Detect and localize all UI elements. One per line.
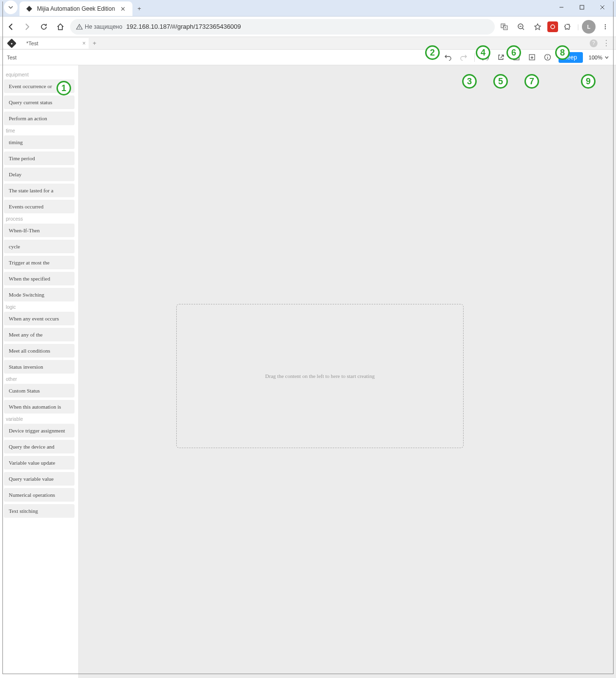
warning-icon: [76, 23, 83, 30]
app-home-tab[interactable]: [3, 38, 20, 49]
bookmark-button[interactable]: [531, 20, 544, 34]
app-tab-label: *Test: [26, 40, 38, 46]
browser-menu-button[interactable]: [598, 20, 612, 34]
home-button[interactable]: [54, 20, 67, 34]
annotation-badge-3: 3: [462, 74, 477, 89]
svg-point-4: [79, 28, 79, 28]
svg-point-15: [605, 28, 606, 29]
category-label: process: [6, 216, 73, 222]
maximize-button[interactable]: [572, 0, 592, 14]
address-bar[interactable]: Не защищено 192.168.10.187/#/graph/17323…: [70, 19, 495, 35]
block-item[interactable]: timing: [4, 135, 75, 149]
block-item[interactable]: Delay: [4, 168, 75, 181]
extensions-button[interactable]: [561, 20, 575, 34]
translate-button[interactable]: 文A: [498, 20, 511, 34]
svg-line-10: [523, 28, 524, 30]
block-item[interactable]: When this automation is: [4, 400, 75, 414]
block-item[interactable]: Custom Status: [4, 384, 75, 397]
minimize-button[interactable]: [552, 0, 571, 14]
block-item[interactable]: Device trigger assignment: [4, 424, 75, 437]
annotation-badge-1: 1: [56, 81, 71, 95]
back-button[interactable]: [4, 20, 18, 34]
drop-zone[interactable]: Drag the content on the left to here to …: [176, 304, 464, 448]
block-item[interactable]: Trigger at most the: [4, 256, 75, 269]
annotation-badge-2: 2: [425, 45, 440, 60]
block-item[interactable]: When any event occurs: [4, 312, 75, 325]
block-item[interactable]: Meet any of the: [4, 328, 75, 341]
extension-a-button[interactable]: [547, 21, 558, 32]
annotation-badge-9: 9: [581, 74, 596, 89]
canvas[interactable]: Drag the content on the left to here to …: [79, 65, 616, 678]
category-label: other: [6, 377, 73, 382]
browser-tab[interactable]: Mijia Automation Geek Edition ✕: [19, 1, 132, 16]
undo-button[interactable]: [443, 53, 453, 62]
export-button[interactable]: [527, 53, 537, 62]
annotation-badge-4: 4: [476, 45, 490, 60]
block-item[interactable]: cycle: [4, 240, 75, 253]
drop-hint: Drag the content on the left to here to …: [265, 373, 375, 379]
browser-tab-strip: Mijia Automation Geek Edition ✕ +: [0, 0, 616, 17]
svg-point-12: [551, 25, 555, 29]
category-label: equipment: [6, 72, 73, 77]
tab-close-button[interactable]: ✕: [119, 5, 127, 13]
tab-title: Mijia Automation Geek Edition: [37, 5, 115, 12]
app-new-tab-button[interactable]: +: [89, 38, 100, 49]
block-item[interactable]: When-If-Then: [4, 224, 75, 237]
svg-point-19: [547, 56, 548, 56]
app-tab-strip: *Test × + ? ⋮: [0, 37, 616, 50]
block-item[interactable]: The state lasted for a: [4, 184, 75, 197]
zoom-control[interactable]: 100%: [589, 55, 609, 60]
zoom-label: 100%: [589, 55, 602, 60]
external-link-button[interactable]: [496, 53, 506, 62]
svg-point-13: [605, 24, 606, 25]
annotation-badge-6: 6: [506, 45, 521, 60]
close-window-button[interactable]: [593, 0, 612, 14]
chevron-down-icon: [604, 55, 609, 60]
info-button[interactable]: [543, 53, 553, 62]
block-item[interactable]: Perform an action: [4, 112, 75, 125]
category-label: variable: [6, 416, 73, 422]
block-item[interactable]: Variable value update: [4, 456, 75, 470]
block-item[interactable]: Meet all conditions: [4, 344, 75, 358]
block-item[interactable]: Numerical operations: [4, 488, 75, 502]
block-item[interactable]: Events occurred: [4, 200, 75, 213]
block-item[interactable]: Status inversion: [4, 360, 75, 374]
security-indicator[interactable]: Не защищено: [76, 23, 122, 30]
annotation-badge-8: 8: [555, 45, 570, 60]
editor-toolbar: Test (x) keep 100%: [0, 50, 616, 65]
editor-title: Test: [7, 55, 17, 60]
svg-text:A: A: [504, 26, 506, 29]
reload-button[interactable]: [37, 20, 51, 34]
block-item[interactable]: Text stitching: [4, 504, 75, 518]
svg-rect-2: [580, 5, 584, 9]
category-label: logic: [6, 304, 73, 310]
app-tab-close-button[interactable]: ×: [82, 40, 86, 47]
app-menu-button[interactable]: ⋮: [600, 38, 612, 48]
block-item[interactable]: Query the device and: [4, 440, 75, 453]
browser-toolbar: Не защищено 192.168.10.187/#/graph/17323…: [0, 17, 616, 37]
block-item[interactable]: Query variable value: [4, 472, 75, 486]
url-text: 192.168.10.187/#/graph/1732365436009: [126, 23, 241, 30]
annotation-badge-5: 5: [493, 74, 508, 89]
tabs-dropdown-button[interactable]: [4, 0, 18, 14]
block-item[interactable]: Time period: [4, 151, 75, 165]
forward-button[interactable]: [20, 20, 34, 34]
help-button[interactable]: ?: [590, 39, 597, 47]
block-item[interactable]: Mode Switching: [4, 288, 75, 301]
new-tab-button[interactable]: +: [132, 1, 146, 15]
profile-button[interactable]: L: [582, 20, 596, 34]
annotation-badge-7: 7: [524, 74, 539, 89]
category-label: time: [6, 128, 73, 133]
security-label: Не защищено: [85, 23, 122, 30]
app-tab-test[interactable]: *Test ×: [20, 38, 89, 49]
redo-button[interactable]: [459, 53, 468, 62]
block-item[interactable]: Query current status: [4, 95, 75, 109]
svg-marker-0: [26, 6, 32, 12]
zoom-out-button[interactable]: [514, 20, 528, 34]
home-icon: [7, 38, 17, 48]
tab-favicon-icon: [25, 5, 33, 13]
block-palette: equipmentEvent occurrence orQuery curren…: [0, 65, 79, 678]
svg-point-14: [605, 26, 606, 27]
block-item[interactable]: When the specified: [4, 272, 75, 285]
